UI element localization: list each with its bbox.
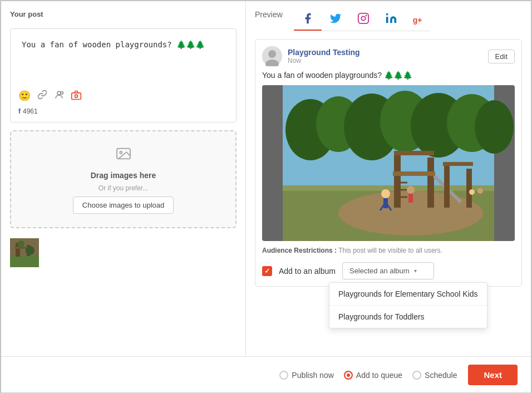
- link-icon[interactable]: [37, 90, 47, 103]
- svg-point-5: [120, 151, 122, 154]
- svg-rect-40: [443, 162, 473, 166]
- mentions-icon[interactable]: [54, 90, 64, 103]
- chevron-down-icon: ▾: [414, 268, 417, 274]
- svg-point-41: [381, 189, 390, 198]
- svg-rect-2: [72, 93, 81, 100]
- upload-area: Drag images here Or if you prefer... Cho…: [10, 130, 237, 228]
- schedule-label: Schedule: [425, 371, 457, 380]
- svg-point-3: [75, 95, 78, 97]
- svg-point-26: [475, 100, 514, 154]
- svg-point-12: [18, 240, 24, 247]
- tab-twitter[interactable]: [322, 10, 349, 31]
- album-dropdown[interactable]: Selected an album ▾: [342, 262, 434, 279]
- album-dropdown-menu: Playgrounds for Elementary School Kids P…: [329, 282, 487, 328]
- section-title: Your post: [10, 10, 237, 18]
- svg-point-11: [26, 246, 35, 255]
- tab-googleplus[interactable]: g+: [405, 13, 430, 28]
- publish-now-label: Publish now: [292, 371, 334, 380]
- post-card-text: You a fan of wooden playgrounds? 🌲🌲🌲: [262, 71, 515, 80]
- svg-point-47: [469, 189, 475, 195]
- svg-rect-32: [394, 151, 434, 155]
- post-card-image: [262, 85, 515, 241]
- album-option-toddlers[interactable]: Playgrounds for Toddlers: [329, 306, 487, 328]
- tab-facebook[interactable]: [294, 10, 322, 31]
- publish-now-option[interactable]: Publish now: [279, 371, 334, 380]
- svg-rect-30: [394, 152, 401, 208]
- tab-linkedin[interactable]: [377, 10, 405, 31]
- album-option-elementary[interactable]: Playgrounds for Elementary School Kids: [329, 283, 487, 306]
- publish-now-radio[interactable]: [279, 371, 288, 380]
- svg-point-14: [361, 16, 365, 20]
- svg-point-17: [268, 50, 276, 58]
- uploaded-thumbnail[interactable]: [10, 238, 39, 267]
- svg-point-45: [407, 186, 415, 194]
- post-preview-card: Playground Testing Now Edit You a fan of…: [255, 39, 522, 287]
- add-to-queue-radio[interactable]: [344, 371, 353, 380]
- post-textarea[interactable]: [16, 35, 230, 85]
- add-to-queue-option[interactable]: Add to queue: [344, 371, 402, 380]
- facebook-count: 4961: [23, 107, 38, 115]
- audience-label: Audience Restrictions :: [262, 247, 337, 254]
- svg-point-48: [477, 188, 483, 194]
- svg-rect-31: [427, 158, 434, 208]
- facebook-count-icon: f: [18, 107, 21, 115]
- emoji-icon[interactable]: 🙂: [18, 90, 31, 103]
- camera-icon[interactable]: [71, 90, 82, 103]
- svg-point-1: [61, 92, 63, 95]
- svg-point-15: [365, 15, 367, 17]
- bottom-bar: Publish now Add to queue Schedule Next: [1, 356, 531, 393]
- tab-instagram[interactable]: [349, 10, 377, 31]
- post-card-time: Now: [288, 57, 488, 65]
- edit-button[interactable]: Edit: [488, 50, 515, 63]
- upload-or-text: Or if you prefer...: [98, 184, 148, 192]
- add-to-queue-label: Add to queue: [356, 371, 402, 380]
- svg-rect-33: [393, 171, 435, 176]
- post-card-page-name: Playground Testing: [288, 48, 488, 57]
- svg-rect-13: [358, 13, 368, 23]
- svg-rect-39: [466, 169, 472, 208]
- svg-rect-7: [10, 255, 39, 267]
- upload-drag-title: Drag images here: [91, 171, 156, 180]
- schedule-radio[interactable]: [412, 371, 421, 380]
- preview-title: Preview: [255, 10, 283, 19]
- next-button[interactable]: Next: [468, 365, 518, 385]
- svg-point-0: [57, 91, 61, 95]
- schedule-option[interactable]: Schedule: [412, 371, 457, 380]
- add-to-album-checkbox[interactable]: [262, 266, 272, 276]
- choose-images-button[interactable]: Choose images to upload: [73, 196, 174, 214]
- add-to-album-label: Add to an album: [279, 267, 336, 276]
- svg-rect-38: [444, 163, 450, 208]
- svg-rect-46: [408, 194, 413, 203]
- audience-restrictions: Audience Restrictions : This post will b…: [262, 247, 515, 254]
- upload-image-icon: [115, 145, 132, 166]
- audience-text: This post will be visible to all users.: [338, 247, 442, 254]
- album-dropdown-text: Selected an album: [349, 267, 410, 275]
